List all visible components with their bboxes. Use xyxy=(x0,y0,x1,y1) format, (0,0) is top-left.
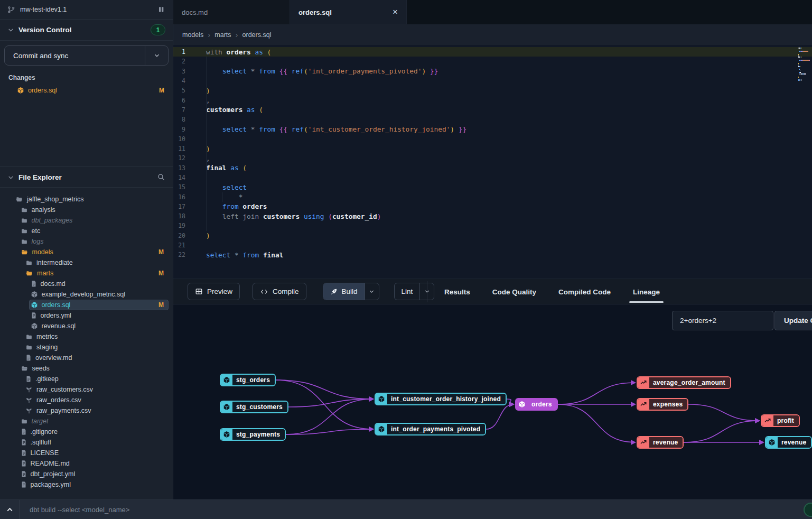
lineage-node-profit[interactable]: profit xyxy=(761,414,800,427)
code-line-21[interactable]: 21 xyxy=(173,240,812,250)
tree-item-dbt-packages[interactable]: dbt_packages xyxy=(0,215,173,226)
tree-item-label: docs.md xyxy=(41,280,66,288)
tree-item-orders-yml[interactable]: orders.yml xyxy=(0,310,173,321)
close-icon[interactable]: × xyxy=(393,7,398,17)
code-line-18[interactable]: 18 left join customers using (customer_i… xyxy=(173,211,812,221)
preview-button[interactable]: Preview xyxy=(188,283,240,300)
tree-item-label: models xyxy=(32,248,53,256)
search-icon[interactable] xyxy=(157,173,165,181)
lineage-node-stg-customers[interactable]: stg_customers xyxy=(220,401,288,413)
tree-item-raw-payments-csv[interactable]: raw_payments.csv xyxy=(0,405,173,416)
panel-tab-code-quality[interactable]: Code Quality xyxy=(481,279,547,304)
tree-item-docs-md[interactable]: docs.md xyxy=(0,279,173,289)
tree-item-etc[interactable]: etc xyxy=(0,226,173,236)
tree-item-logs[interactable]: logs xyxy=(0,236,173,247)
code-line-3[interactable]: 3 select * from {{ ref('int_order_paymen… xyxy=(173,67,812,76)
tree-item-label: raw_orders.csv xyxy=(36,396,81,404)
tree-item-raw-orders-csv[interactable]: raw_orders.csv xyxy=(0,395,173,405)
lineage-node-int-customer-order-history-joined[interactable]: int_customer_order_history_joined xyxy=(375,393,507,405)
tab-docs-md[interactable]: docs.md xyxy=(173,0,290,24)
code-line-10[interactable]: 10 xyxy=(173,134,812,144)
panel-tab-lineage[interactable]: Lineage xyxy=(622,279,671,304)
panel-tab-compiled-code[interactable]: Compiled Code xyxy=(547,279,622,304)
changed-file-orders-sql[interactable]: orders.sql M xyxy=(4,85,169,96)
git-branch-icon xyxy=(7,6,15,14)
code-line-13[interactable]: 13final as ( xyxy=(173,163,812,173)
model-cube-icon xyxy=(376,394,387,404)
lineage-node-stg-payments[interactable]: stg_payments xyxy=(220,428,286,441)
lineage-node-revenue-metric[interactable]: revenue xyxy=(637,436,684,449)
build-button[interactable]: Build xyxy=(323,283,365,300)
code-line-22[interactable]: 22select * from final xyxy=(173,250,812,260)
lineage-node-revenue-model[interactable]: revenue xyxy=(765,436,812,449)
tab-orders-sql[interactable]: orders.sql× xyxy=(290,0,407,24)
tree-item-packages-yml[interactable]: packages.yml xyxy=(0,479,173,490)
commit-options-caret[interactable] xyxy=(145,46,168,65)
tree-item-label: .sqlfluff xyxy=(31,439,51,446)
version-control-header[interactable]: Version Control 1 xyxy=(0,20,173,41)
editor-tab-bar: docs.mdorders.sql× xyxy=(173,0,812,24)
tree-item-jaffle-shop-metrics[interactable]: jaffle_shop_metrics xyxy=(0,194,173,205)
breadcrumb-item-orders-sql[interactable]: orders.sql xyxy=(242,31,272,39)
breadcrumb-item-models[interactable]: models xyxy=(182,31,203,39)
tree-item-license[interactable]: LICENSE xyxy=(0,448,173,458)
code-line-11[interactable]: 11) xyxy=(173,144,812,153)
model-cube-icon xyxy=(516,399,528,410)
code-line-19[interactable]: 19 xyxy=(173,221,812,230)
tree-item-dbt-project-yml[interactable]: dbt_project.yml xyxy=(0,469,173,479)
tree-item-models[interactable]: modelsM xyxy=(0,247,173,257)
editor-minimap[interactable] xyxy=(798,48,811,81)
tree-item-intermediate[interactable]: intermediate xyxy=(0,257,173,268)
chevron-up-icon[interactable] xyxy=(0,500,20,519)
build-options-caret[interactable] xyxy=(365,283,379,300)
tree-item-label: .gitignore xyxy=(31,428,58,435)
tree-item-revenue-sql[interactable]: revenue.sql xyxy=(0,321,173,331)
tree-item-marts[interactable]: martsM xyxy=(0,268,173,279)
compile-button[interactable]: Compile xyxy=(253,283,306,300)
code-line-17[interactable]: 17 from orders xyxy=(173,202,812,211)
lint-button[interactable]: Lint xyxy=(395,283,420,300)
code-line-1[interactable]: 1with orders as ( xyxy=(173,47,812,57)
lineage-node-stg-orders[interactable]: stg_orders xyxy=(220,374,276,386)
code-line-20[interactable]: 20) xyxy=(173,231,812,240)
tree-item-raw-customers-csv[interactable]: raw_customers.csv xyxy=(0,384,173,395)
code-line-6[interactable]: 6, xyxy=(173,95,812,105)
code-line-14[interactable]: 14 xyxy=(173,173,812,182)
tree-item-sqlfluff[interactable]: .sqlfluff xyxy=(0,437,173,448)
compile-label: Compile xyxy=(273,288,299,295)
code-line-5[interactable]: 5) xyxy=(173,86,812,95)
code-line-8[interactable]: 8 xyxy=(173,115,812,124)
lineage-node-average-order-amount[interactable]: average_order_amount xyxy=(637,376,731,389)
code-line-2[interactable]: 2 xyxy=(173,57,812,66)
file-explorer-header[interactable]: File Explorer xyxy=(0,166,173,188)
chevron-down-icon xyxy=(7,26,14,33)
commit-and-sync-button[interactable]: Commit and sync xyxy=(4,45,169,66)
code-line-12[interactable]: 12, xyxy=(173,153,812,163)
code-line-4[interactable]: 4 xyxy=(173,76,812,86)
code-line-7[interactable]: 7customers as ( xyxy=(173,105,812,115)
tree-item-example-develop-metric-sql[interactable]: example_develop_metric.sql xyxy=(0,289,173,300)
tree-item-gitignore[interactable]: .gitignore xyxy=(0,427,173,437)
code-line-15[interactable]: 15 select xyxy=(173,182,812,192)
tree-item-orders-sql[interactable]: orders.sqlM xyxy=(0,300,173,310)
command-input[interactable]: dbt build --select <model_name> xyxy=(20,506,812,514)
code-line-16[interactable]: 16 * xyxy=(173,192,812,201)
code-line-9[interactable]: 9 select * from {{ ref('int_customer_ord… xyxy=(173,124,812,134)
tree-item-overview-md[interactable]: overview.md xyxy=(0,353,173,363)
status-indicator[interactable] xyxy=(804,503,812,517)
tree-item-metrics[interactable]: metrics xyxy=(0,331,173,342)
tree-item-seeds[interactable]: seeds xyxy=(0,363,173,374)
panel-tab-results[interactable]: Results xyxy=(433,279,481,304)
lineage-node-expenses[interactable]: expenses xyxy=(637,398,688,411)
breadcrumb-item-marts[interactable]: marts xyxy=(214,31,231,39)
tree-item-gitkeep[interactable]: .gitkeep xyxy=(0,374,173,384)
tree-item-readme-md[interactable]: README.md xyxy=(0,458,173,469)
panel-layout-icon[interactable] xyxy=(157,5,165,14)
version-control-title: Version Control xyxy=(18,26,146,34)
lineage-node-int-order-payments-pivoted[interactable]: int_order_payments_pivoted xyxy=(375,423,486,435)
tree-item-staging[interactable]: staging xyxy=(0,342,173,353)
code-editor[interactable]: 1with orders as (23 select * from {{ ref… xyxy=(173,45,812,279)
tree-item-target[interactable]: target xyxy=(0,416,173,427)
tree-item-analysis[interactable]: analysis xyxy=(0,205,173,215)
lineage-node-orders[interactable]: orders xyxy=(515,398,558,411)
